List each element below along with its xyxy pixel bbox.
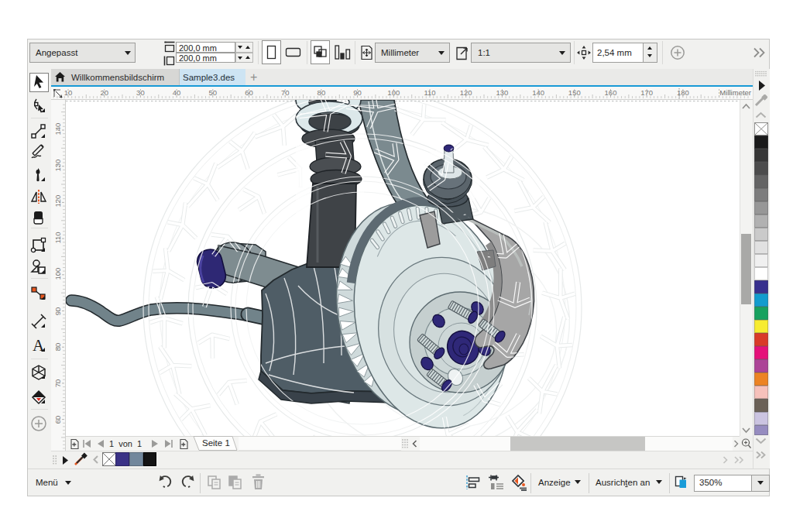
svg-text:A: A: [33, 336, 45, 355]
